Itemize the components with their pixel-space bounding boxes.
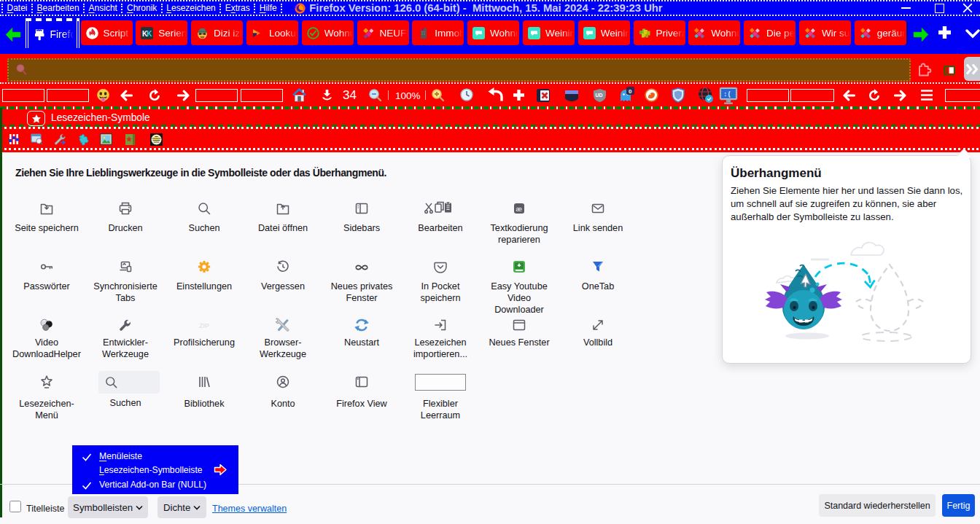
svg-text:ZIP: ZIP xyxy=(199,322,209,329)
svg-text:0: 0 xyxy=(629,88,632,95)
svg-text:K: K xyxy=(147,29,152,37)
svg-text::(: :( xyxy=(723,91,731,98)
svg-text:æ: æ xyxy=(516,205,522,213)
svg-text:UD: UD xyxy=(596,93,603,98)
